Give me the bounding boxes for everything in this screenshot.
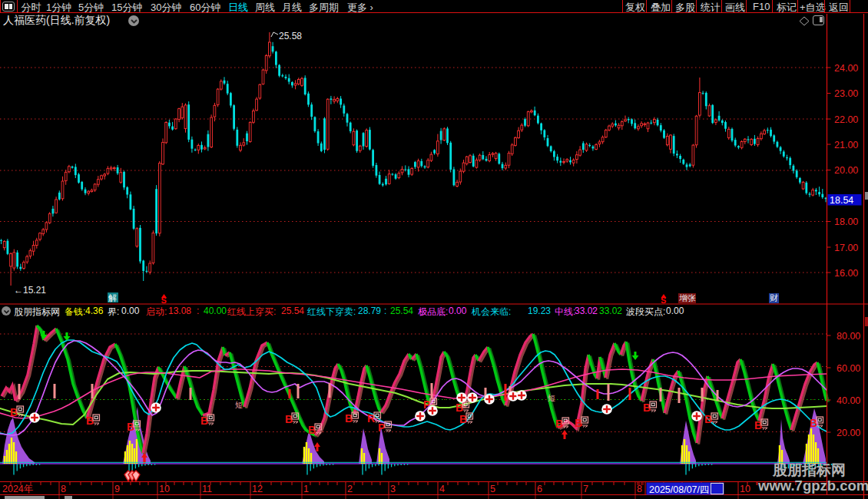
svg-text:22.00: 22.00 (834, 114, 858, 125)
svg-text:12: 12 (252, 484, 263, 494)
svg-text:www.7gpzb.com: www.7gpzb.com (757, 478, 868, 494)
svg-text:17.00: 17.00 (834, 243, 858, 253)
svg-text:短: 短 (548, 394, 555, 402)
svg-text:S: S (661, 296, 666, 305)
svg-text:23.00: 23.00 (834, 88, 858, 99)
svg-text:25.58: 25.58 (279, 31, 302, 41)
svg-text:8: 8 (637, 484, 642, 494)
svg-text:10: 10 (740, 484, 750, 494)
svg-text:解: 解 (108, 293, 117, 302)
svg-text:1: 1 (303, 484, 309, 494)
svg-text:2025/08/07/四: 2025/08/07/四 (649, 484, 710, 495)
svg-text:←15.21: ←15.21 (14, 285, 46, 296)
svg-text:2024年: 2024年 (2, 484, 33, 494)
svg-text:40.00: 40.00 (837, 395, 860, 406)
svg-text:60.00: 60.00 (837, 363, 860, 374)
svg-text:财: 财 (770, 293, 778, 302)
svg-text:20.00: 20.00 (837, 428, 860, 438)
svg-text:2: 2 (347, 484, 353, 494)
svg-text:10: 10 (159, 484, 170, 494)
svg-text:18.54: 18.54 (830, 195, 853, 206)
svg-text:增张: 增张 (679, 293, 696, 302)
svg-text:21.00: 21.00 (834, 140, 858, 150)
svg-text:8: 8 (61, 484, 66, 494)
svg-text:24.00: 24.00 (834, 63, 858, 74)
svg-text:80.00: 80.00 (837, 331, 860, 342)
svg-text:7: 7 (583, 484, 588, 494)
svg-text:3: 3 (390, 484, 396, 494)
svg-text:短: 短 (235, 401, 243, 409)
svg-text:6: 6 (537, 484, 542, 494)
svg-text:18.00: 18.00 (834, 216, 858, 227)
svg-text:9: 9 (114, 484, 120, 494)
svg-text:5: 5 (490, 484, 495, 494)
svg-text:16.00: 16.00 (834, 268, 858, 279)
svg-text:20.00: 20.00 (834, 165, 858, 176)
svg-text:S: S (161, 296, 167, 305)
svg-text:11: 11 (202, 484, 212, 494)
svg-text:4: 4 (439, 484, 445, 494)
svg-text:股朋指标网: 股朋指标网 (772, 462, 846, 478)
svg-text:P: P (378, 421, 385, 434)
